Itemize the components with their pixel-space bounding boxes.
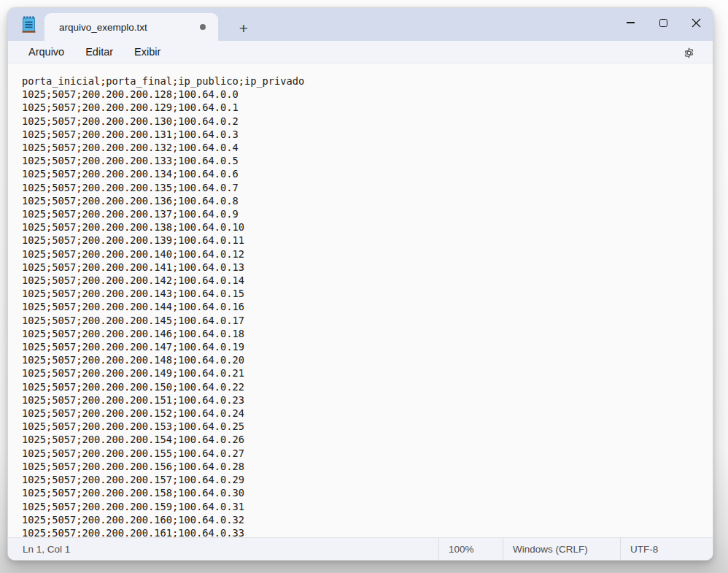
settings-button[interactable]	[677, 43, 700, 62]
notepad-window: arquivo_exemplo.txt + Arquivo Editar E	[7, 7, 713, 561]
caption-buttons	[614, 8, 713, 37]
maximize-button[interactable]	[647, 8, 680, 37]
plus-icon: +	[239, 20, 248, 36]
close-button[interactable]	[680, 8, 713, 37]
new-tab-button[interactable]: +	[229, 17, 258, 39]
line-ending: Windows (CRLF)	[503, 538, 620, 560]
minimize-icon	[627, 22, 635, 23]
menu-item-exibir[interactable]: Exibir	[127, 43, 168, 61]
gear-icon	[683, 47, 695, 59]
statusbar: Ln 1, Col 1 100% Windows (CRLF) UTF-8	[8, 537, 713, 560]
cursor-position: Ln 1, Col 1	[8, 538, 438, 560]
encoding: UTF-8	[620, 538, 713, 560]
zoom-level: 100%	[438, 538, 503, 560]
document-text[interactable]: porta_inicial;porta_final;ip_publico;ip_…	[22, 74, 713, 537]
unsaved-changes-dot-icon	[200, 24, 206, 30]
menu-item-arquivo[interactable]: Arquivo	[21, 43, 71, 61]
notepad-app-icon	[22, 16, 36, 34]
tab-arquivo-exemplo[interactable]: arquivo_exemplo.txt	[44, 13, 218, 41]
titlebar[interactable]: arquivo_exemplo.txt +	[8, 8, 713, 41]
menu-item-editar[interactable]: Editar	[78, 43, 120, 61]
menubar: Arquivo Editar Exibir	[8, 41, 713, 64]
tab-title: arquivo_exemplo.txt	[59, 22, 147, 33]
minimize-button[interactable]	[614, 8, 647, 37]
maximize-icon	[659, 19, 667, 27]
text-editor-area[interactable]: porta_inicial;porta_final;ip_publico;ip_…	[8, 64, 713, 537]
close-icon	[692, 18, 701, 28]
